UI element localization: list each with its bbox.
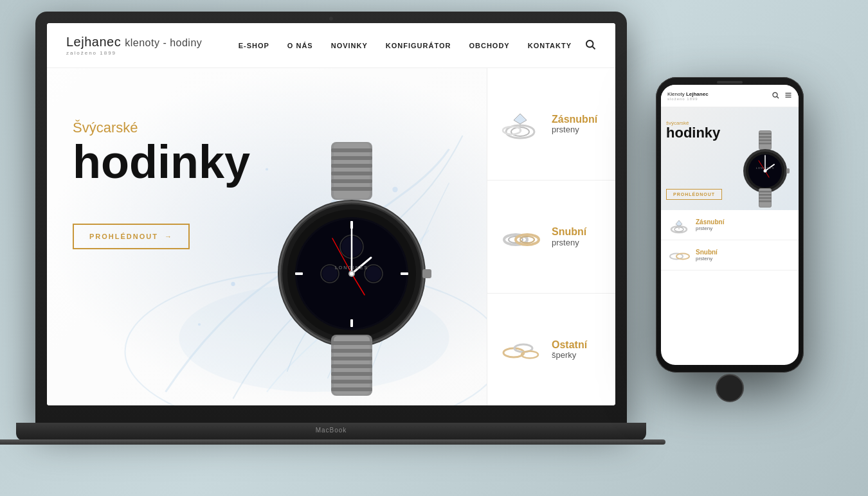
svg-rect-25 <box>350 221 353 229</box>
svg-text:LONGINES: LONGINES <box>756 166 775 170</box>
svg-rect-50 <box>331 387 372 391</box>
svg-text:LONGINES: LONGINES <box>335 265 368 270</box>
phone-item-zasnubni[interactable]: Zásnubní prsteny <box>661 210 799 240</box>
zasnubni-text: Zásnubní prsteny <box>552 114 597 135</box>
scene: Lejhanec klenoty - hodiny založeno 1899 … <box>0 0 868 496</box>
svg-rect-49 <box>331 380 372 384</box>
svg-rect-70 <box>759 133 772 135</box>
phone-nav-icons <box>772 90 792 102</box>
svg-point-82 <box>764 170 767 173</box>
phone-hero-title: hodinky <box>666 126 720 140</box>
zasnubni-image <box>498 105 543 143</box>
nav-konfigurator[interactable]: KONFIGURÁTOR <box>386 42 451 49</box>
hero-prohlédnout-button[interactable]: PROHLÉDNOUT → <box>73 224 190 249</box>
nav-kontakty[interactable]: KONTAKTY <box>528 42 572 49</box>
snubni-text: Snubní prsteny <box>552 226 586 247</box>
svg-rect-12 <box>331 148 372 152</box>
snubni-image <box>498 217 543 256</box>
svg-rect-88 <box>759 197 772 199</box>
sidebar-zasnubni[interactable]: Zásnubní prsteny <box>487 68 615 181</box>
phone-watch-illustration: LONGINES <box>733 127 797 210</box>
svg-rect-47 <box>331 364 372 368</box>
hero-text: Švýcarské hodinky PROHLÉDNOUT → <box>73 120 250 249</box>
svg-line-1 <box>592 46 595 49</box>
watch-illustration: LONGINES <box>242 129 461 405</box>
nav-novinky[interactable]: NOVINKY <box>331 42 368 49</box>
phone-item-snubni[interactable]: Snubní prsteny <box>661 240 799 270</box>
macbook-screen: Lejhanec klenoty - hodiny založeno 1899 … <box>47 23 615 405</box>
ostatni-image <box>498 330 543 369</box>
svg-marker-92 <box>676 220 682 226</box>
svg-rect-16 <box>331 179 372 183</box>
svg-rect-26 <box>350 319 353 327</box>
svg-rect-22 <box>422 269 431 278</box>
hero-main: Švýcarské hodinky PROHLÉDNOUT → <box>47 68 487 405</box>
svg-rect-87 <box>759 194 772 196</box>
logo-klenoty: klenoty - hodiny <box>125 37 202 48</box>
svg-rect-72 <box>759 139 772 141</box>
phone-device: Klenoty Lejhanec složeno 1899 <box>656 77 804 373</box>
nav-eshop[interactable]: E-SHOP <box>239 42 269 49</box>
macbook-foot <box>0 439 665 445</box>
phone-home-button[interactable] <box>716 374 744 402</box>
phone-body: Klenoty Lejhanec složeno 1899 <box>656 77 804 373</box>
phone-nav: Klenoty Lejhanec složeno 1899 <box>661 85 799 107</box>
phone-zasnubni-img <box>667 215 691 235</box>
nav-menu: E-SHOP O NÁS NOVINKY KONFIGURÁTOR OBCHOD… <box>239 42 572 49</box>
search-icon[interactable] <box>584 39 596 53</box>
macbook-device: Lejhanec klenoty - hodiny založeno 1899 … <box>35 12 627 461</box>
svg-point-4 <box>231 282 235 286</box>
svg-rect-89 <box>759 200 772 202</box>
svg-rect-28 <box>401 272 408 275</box>
svg-rect-71 <box>759 136 772 138</box>
svg-rect-13 <box>331 156 372 160</box>
logo-founded: založeno 1899 <box>66 50 202 56</box>
macbook-camera <box>329 17 333 21</box>
website: Lejhanec klenoty - hodiny založeno 1899 … <box>47 23 615 405</box>
phone-search-icon[interactable] <box>772 90 779 102</box>
ostatni-text: Ostatní šperky <box>552 339 587 360</box>
macbook-body: Lejhanec klenoty - hodiny založeno 1899 … <box>35 12 627 423</box>
sidebar-ostatni[interactable]: Ostatní šperky <box>487 294 615 405</box>
phone-snubni-text: Snubní prsteny <box>696 249 718 261</box>
svg-rect-44 <box>331 341 372 345</box>
svg-rect-48 <box>331 372 372 376</box>
phone-speaker <box>717 81 743 84</box>
svg-marker-53 <box>514 114 527 124</box>
svg-rect-46 <box>331 357 372 360</box>
nav-onas[interactable]: O NÁS <box>287 42 313 49</box>
hero-title: hodinky <box>73 139 250 185</box>
nav-obchody[interactable]: OBCHODY <box>469 42 509 49</box>
hero-sidebar: Zásnubní prsteny <box>487 68 615 405</box>
phone-hero: švýcarské hodinky PROHLÉDNOUT <box>661 107 799 210</box>
svg-rect-45 <box>331 349 372 353</box>
svg-point-63 <box>773 93 777 97</box>
sidebar-snubni[interactable]: Snubní prsteny <box>487 181 615 293</box>
svg-rect-15 <box>331 172 372 175</box>
phone-hero-text: švýcarské hodinky <box>666 120 720 140</box>
logo: Lejhanec klenoty - hodiny založeno 1899 <box>66 35 202 56</box>
phone-snubni-img <box>667 245 691 265</box>
svg-rect-14 <box>331 164 372 168</box>
phone-prohlédnout-button[interactable]: PROHLÉDNOUT <box>666 189 722 200</box>
phone-screen: Klenoty Lejhanec složeno 1899 <box>661 85 799 365</box>
hero-subtitle: Švýcarské <box>73 120 250 136</box>
svg-point-40 <box>350 272 354 276</box>
phone-menu-icon[interactable] <box>784 90 792 102</box>
svg-rect-27 <box>295 272 303 275</box>
svg-line-64 <box>777 96 779 98</box>
svg-rect-77 <box>786 168 790 173</box>
website-nav: Lejhanec klenoty - hodiny založeno 1899 … <box>47 23 615 68</box>
svg-rect-73 <box>759 143 772 145</box>
svg-rect-17 <box>331 187 372 191</box>
hero-section: Švýcarské hodinky PROHLÉDNOUT → <box>47 68 615 405</box>
logo-lejhanec: Lejhanec <box>66 35 125 49</box>
svg-point-0 <box>586 40 593 48</box>
phone-zasnubni-text: Zásnubní prsteny <box>696 218 724 231</box>
svg-rect-86 <box>759 191 772 193</box>
phone-logo: Klenoty Lejhanec složeno 1899 <box>667 91 709 101</box>
svg-point-6 <box>198 323 201 326</box>
macbook-base <box>16 423 646 441</box>
